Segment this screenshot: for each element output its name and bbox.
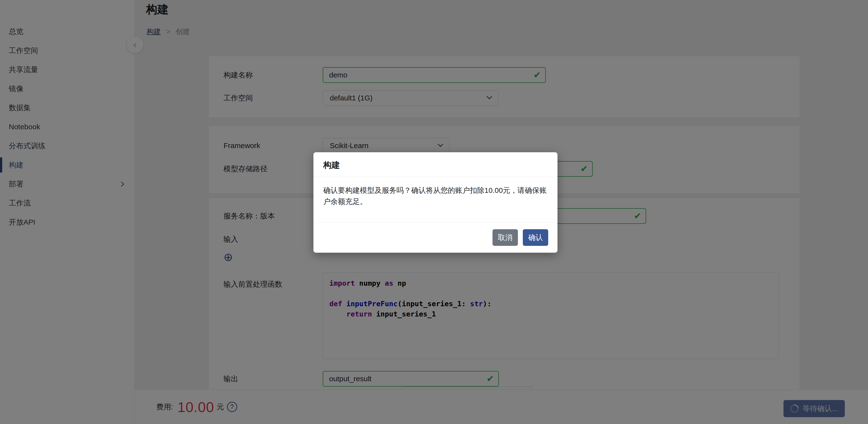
cancel-button[interactable]: 取消: [493, 229, 518, 246]
dialog-title: 构建: [323, 159, 548, 171]
confirm-button[interactable]: 确认: [523, 229, 548, 246]
dialog-header: 构建: [313, 152, 557, 177]
dialog-body-text: 确认要构建模型及服务吗？确认将从您的账户扣除10.00元，请确保账户余额充足。: [313, 177, 557, 222]
confirm-build-dialog: 构建 确认要构建模型及服务吗？确认将从您的账户扣除10.00元，请确保账户余额充…: [313, 152, 557, 253]
dialog-footer: 取消 确认: [313, 222, 557, 253]
app-root: 总览工作空间共享流量镜像数据集Notebook分布式训练构建部署工作流开放API…: [0, 0, 868, 424]
